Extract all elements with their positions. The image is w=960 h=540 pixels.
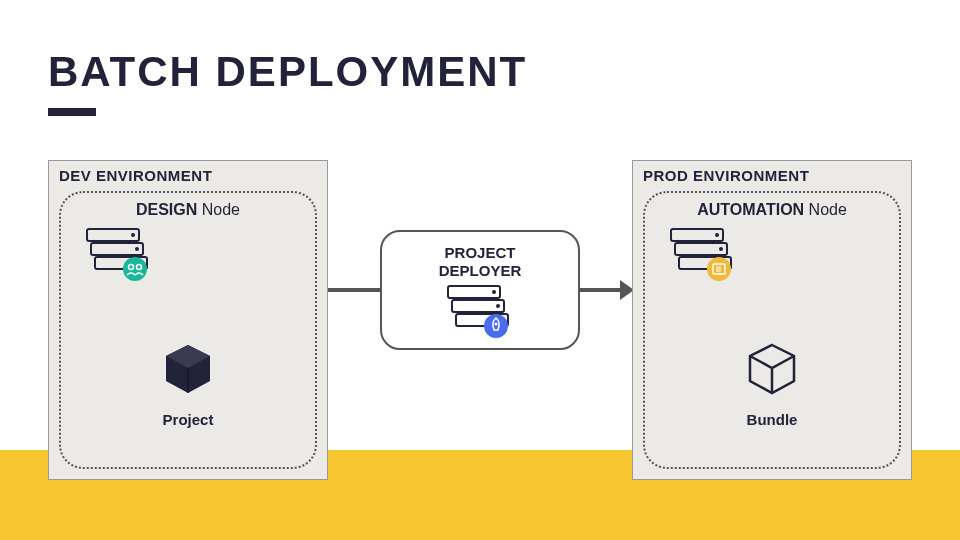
server-stack-icon — [446, 284, 514, 338]
dev-node-label: DESIGN Node — [49, 201, 327, 219]
arrow-dev-to-deployer — [328, 288, 380, 292]
project-label: Project — [49, 411, 327, 428]
prod-node-suffix: Node — [804, 201, 847, 218]
project-cube-icon — [49, 341, 327, 401]
svg-point-16 — [495, 323, 498, 326]
bundle-label: Bundle — [633, 411, 911, 428]
svg-point-13 — [496, 304, 500, 308]
dev-node-suffix: Node — [197, 201, 240, 218]
prod-environment-box: PROD ENVIRONMENT AUTOMATION Node Bundle — [632, 160, 912, 480]
slide-title: BATCH DEPLOYMENT — [48, 48, 527, 96]
bundle-cube-icon — [633, 341, 911, 401]
prod-node-prefix: AUTOMATION — [697, 201, 804, 218]
svg-point-6 — [123, 257, 147, 281]
dev-node-prefix: DESIGN — [136, 201, 197, 218]
server-stack-icon — [85, 227, 153, 281]
arrow-deployer-to-prod — [580, 288, 624, 292]
title-underline — [48, 108, 96, 116]
deployer-line2: DEPLOYER — [439, 262, 522, 279]
dev-environment-box: DEV ENVIRONMENT DESIGN Node Project — [48, 160, 328, 480]
project-deployer-box: PROJECT DEPLOYER — [380, 230, 580, 350]
server-stack-icon — [669, 227, 737, 281]
svg-point-20 — [715, 233, 719, 237]
prod-env-label: PROD ENVIRONMENT — [643, 167, 809, 184]
deployer-line1: PROJECT — [445, 244, 516, 261]
prod-node-label: AUTOMATION Node — [633, 201, 911, 219]
svg-point-3 — [131, 233, 135, 237]
svg-point-12 — [492, 290, 496, 294]
svg-point-21 — [719, 247, 723, 251]
dev-env-label: DEV ENVIRONMENT — [59, 167, 212, 184]
deployer-label: PROJECT DEPLOYER — [382, 244, 578, 280]
svg-point-4 — [135, 247, 139, 251]
